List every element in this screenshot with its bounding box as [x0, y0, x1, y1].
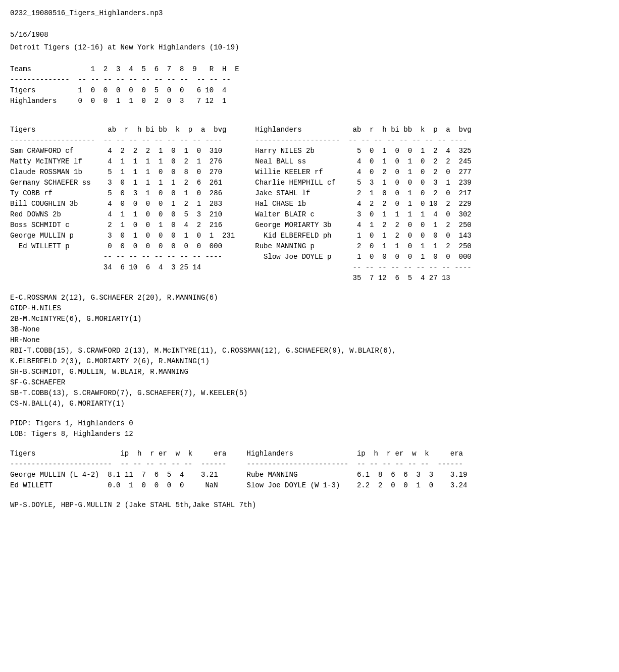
- list-item: Claude ROSSMAN 1b 5 1 1 1 0 0 8 0 270: [10, 167, 235, 178]
- list-item: -- -- -- -- -- -- -- -- ----: [10, 252, 235, 262]
- list-item: SB-T.COBB(13), S.CRAWFORD(7), G.SCHAEFER…: [10, 388, 609, 399]
- tigers-pitching-divider: ------------------------ -- -- -- -- -- …: [10, 459, 226, 470]
- list-item: Red DOWNS 2b 4 1 1 0 0 0 5 3 210: [10, 209, 235, 220]
- list-item: Hal CHASE 1b 4 2 2 0 1 0 10 2 229: [255, 199, 471, 209]
- list-item: Sam CRAWFORD cf 4 2 2 2 1 0 1 0 310: [10, 146, 235, 156]
- tigers-players-container: Sam CRAWFORD cf 4 2 2 2 1 0 1 0 310Matty…: [10, 146, 235, 273]
- tigers-pitching-header: Tigers ip h r er w k era: [10, 449, 226, 459]
- scoreboard: Teams 1 2 3 4 5 6 7 8 9 R H E ----------…: [10, 64, 609, 106]
- list-item: E-C.ROSSMAN 2(12), G.SCHAEFER 2(20), R.M…: [10, 293, 609, 303]
- list-item: 2B-M.McINTYRE(6), G.MORIARTY(1): [10, 314, 609, 324]
- scoreboard-tigers: Tigers 1 0 0 0 0 0 5 0 0 6 10 4: [10, 85, 609, 96]
- list-item: Ed WILLETT p 0 0 0 0 0 0 0 0 000: [10, 241, 235, 252]
- list-item: HR-None: [10, 335, 609, 346]
- list-item: GIDP-H.NILES: [10, 303, 609, 314]
- list-item: 35 7 12 6 5 4 27 13: [255, 273, 471, 284]
- tigers-pitchers-container: George MULLIN (L 4-2) 8.1 11 7 6 5 4 3.2…: [10, 470, 226, 491]
- tigers-box: Tigers ab r h bi bb k p a bvg ----------…: [10, 125, 235, 284]
- list-item: SF-G.SCHAEFER: [10, 377, 609, 388]
- list-item: Ed WILLETT 0.0 1 0 0 0 0 NaN: [10, 480, 226, 491]
- wp-hbp: WP-S.DOYLE, HBP-G.MULLIN 2 (Jake STAHL 5…: [10, 500, 609, 511]
- highlanders-divider: -------------------- -- -- -- -- -- -- -…: [255, 135, 471, 146]
- box-score: Tigers ab r h bi bb k p a bvg ----------…: [10, 125, 609, 284]
- tigers-divider: -------------------- -- -- -- -- -- -- -…: [10, 135, 235, 146]
- highlanders-header: Highlanders ab r h bi bb k p a bvg: [255, 125, 471, 135]
- notes-container: E-C.ROSSMAN 2(12), G.SCHAEFER 2(20), R.M…: [10, 293, 609, 409]
- list-item: 34 6 10 6 4 3 25 14: [10, 262, 235, 273]
- list-item: George MULLIN p 3 0 1 0 0 0 1 0 1 231: [10, 231, 235, 241]
- list-item: RBI-T.COBB(15), S.CRAWFORD 2(13), M.McIN…: [10, 346, 609, 356]
- list-item: Slow Joe DOYLE (W 1-3) 2.2 2 0 0 1 0 3.2…: [246, 480, 467, 491]
- highlanders-pitching-divider: ------------------------ -- -- -- -- -- …: [246, 459, 467, 470]
- list-item: Willie KEELER rf 4 0 2 0 1 0 2 0 277: [255, 167, 471, 178]
- list-item: Slow Joe DOYLE p 1 0 0 0 0 1 0 0 000: [255, 252, 471, 262]
- highlanders-players-container: Harry NILES 2b 5 0 1 0 0 1 2 4 325Neal B…: [255, 146, 471, 284]
- list-item: 3B-None: [10, 324, 609, 335]
- highlanders-pitching: Highlanders ip h r er w k era ----------…: [246, 449, 467, 491]
- pitching-section: Tigers ip h r er w k era ---------------…: [10, 449, 609, 491]
- list-item: Ty COBB rf 5 0 3 1 0 0 1 0 286: [10, 188, 235, 199]
- scoreboard-divider: -------------- -- -- -- -- -- -- -- -- -…: [10, 75, 609, 85]
- list-item: Jake STAHL lf 2 1 0 0 1 0 2 0 217: [255, 188, 471, 199]
- highlanders-pitchers-container: Rube MANNING 6.1 8 6 6 3 3 3.19Slow Joe …: [246, 470, 467, 491]
- list-item: Charlie HEMPHILL cf 5 3 1 0 0 0 3 1 239: [255, 178, 471, 188]
- list-item: Matty McINTYRE lf 4 1 1 1 1 0 2 1 276: [10, 156, 235, 167]
- list-item: -- -- -- -- -- -- -- -- ----: [255, 262, 471, 273]
- matchup: Detroit Tigers (12-16) at New York Highl…: [10, 42, 609, 53]
- list-item: Rube MANNING p 2 0 1 1 0 1 1 2 250: [255, 241, 471, 252]
- highlanders-box: Highlanders ab r h bi bb k p a bvg -----…: [255, 125, 471, 284]
- highlanders-pitching-header: Highlanders ip h r er w k era: [246, 449, 467, 459]
- list-item: Walter BLAIR c 3 0 1 1 1 1 4 0 302: [255, 209, 471, 220]
- scoreboard-highlanders: Highlanders 0 0 0 1 1 0 2 0 3 7 12 1: [10, 96, 609, 106]
- date: 5/16/1908: [10, 30, 609, 40]
- list-item: SH-B.SCHMIDT, G.MULLIN, W.BLAIR, R.MANNI…: [10, 367, 609, 377]
- list-item: Harry NILES 2b 5 0 1 0 0 1 2 4 325: [255, 146, 471, 156]
- list-item: Kid ELBERFELD ph 1 0 1 2 0 0 0 0 143: [255, 231, 471, 241]
- list-item: Boss SCHMIDT c 2 1 0 0 1 0 4 2 216: [10, 220, 235, 231]
- tigers-pitching: Tigers ip h r er w k era ---------------…: [10, 449, 226, 491]
- list-item: George MORIARTY 3b 4 1 2 2 0 0 1 2 250: [255, 220, 471, 231]
- list-item: Bill COUGHLIN 3b 4 0 0 0 0 1 2 1 283: [10, 199, 235, 209]
- page-container: 0232_19080516_Tigers_Highlanders.np3 5/1…: [10, 8, 609, 511]
- list-item: George MULLIN (L 4-2) 8.1 11 7 6 5 4 3.2…: [10, 470, 226, 480]
- scoreboard-header: Teams 1 2 3 4 5 6 7 8 9 R H E: [10, 64, 609, 75]
- lob: LOB: Tigers 8, Highlanders 12: [10, 429, 609, 439]
- list-item: Neal BALL ss 4 0 1 0 1 0 2 2 245: [255, 156, 471, 167]
- list-item: Germany SCHAEFER ss 3 0 1 1 1 1 2 6 261: [10, 178, 235, 188]
- list-item: CS-N.BALL(4), G.MORIARTY(1): [10, 399, 609, 409]
- list-item: K.ELBERFELD 2(3), G.MORIARTY 2(6), R.MAN…: [10, 356, 609, 367]
- tigers-header: Tigers ab r h bi bb k p a bvg: [10, 125, 235, 135]
- filename: 0232_19080516_Tigers_Highlanders.np3: [10, 8, 609, 19]
- pidp: PIDP: Tigers 1, Highlanders 0: [10, 418, 609, 429]
- list-item: Rube MANNING 6.1 8 6 6 3 3 3.19: [246, 470, 467, 480]
